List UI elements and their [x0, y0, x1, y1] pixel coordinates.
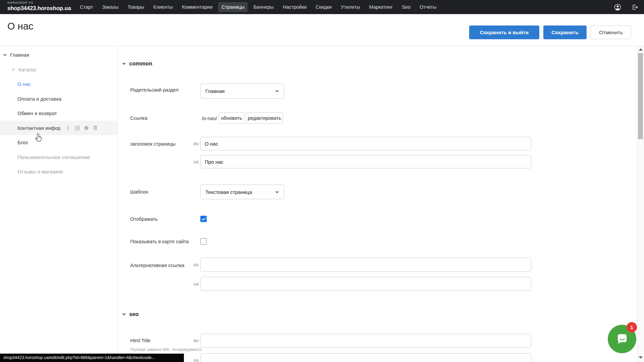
scrollbar-thumb[interactable]: [638, 53, 643, 139]
sidebar-item-blog[interactable]: Блог: [0, 135, 118, 150]
alt-link-ua-input[interactable]: [200, 277, 531, 291]
sidebar-item-glavnaya[interactable]: Главная: [0, 48, 118, 62]
template-value: Текстовая страница: [205, 189, 252, 195]
section-seo-header[interactable]: seo: [122, 311, 139, 317]
move-icon[interactable]: [65, 125, 71, 131]
topbar-right-icons: [614, 0, 639, 14]
save-button[interactable]: Сохранить: [543, 25, 587, 39]
tree-item-label: Блог: [17, 140, 28, 145]
menu-item-marketing[interactable]: Маркетинг: [366, 2, 396, 12]
sidebar-item-kontaktnaya-informaciya[interactable]: Контактная инфор: [0, 121, 118, 136]
settings-gear-icon[interactable]: [84, 125, 89, 131]
display-label: Отображать: [130, 216, 158, 222]
checkmark-icon: [201, 217, 206, 221]
sidebar-item-otzyvy-o-magazine[interactable]: Отзывы о магазине: [0, 164, 118, 179]
chevron-down-icon: [275, 190, 279, 194]
brand-logo[interactable]: HOROSHOP V4 shop34423.horoshop.ua: [7, 1, 71, 11]
menu-item-pages[interactable]: Страницы: [218, 2, 248, 12]
section-common-header[interactable]: common: [122, 60, 152, 67]
lang-ua-tag: UA: [187, 282, 199, 286]
sidebar-item-oplata-i-dostavka[interactable]: Оплата и доставка: [0, 92, 118, 106]
parent-section-value: Главная: [205, 88, 225, 94]
html-title-ru-input[interactable]: [200, 334, 531, 348]
delete-trash-icon[interactable]: [93, 125, 98, 131]
sidebar-item-obmen-i-vozvrat[interactable]: Обмен и возврат: [0, 106, 118, 121]
html-title-label: Html Title: [130, 338, 150, 343]
lang-ua-tag: UA: [187, 160, 199, 164]
pages-tree: Главная Каталог О нас Оплата и доставка …: [0, 48, 118, 179]
tree-item-label: Каталог: [18, 67, 37, 72]
sitemap-checkbox[interactable]: [200, 238, 207, 245]
html-title-hint: Полная замена title, генерируемого: [130, 347, 202, 352]
section-seo-title: seo: [129, 311, 139, 317]
status-url-tooltip: shop34423.horoshop.ua/edit/edit.php?id=6…: [0, 354, 184, 362]
page-header: О нас Сохранить и выйти Сохранить Отмени…: [0, 14, 644, 46]
menu-item-products[interactable]: Товары: [124, 2, 148, 12]
menu-item-settings[interactable]: Настройки: [279, 2, 310, 12]
chevron-down-icon: [122, 312, 126, 316]
brand-version-label: HOROSHOP V4: [7, 1, 71, 4]
menu-item-reports[interactable]: Отчеты: [416, 2, 440, 12]
chevron-down-icon: [275, 89, 279, 93]
page-heading-ru-input[interactable]: [200, 137, 531, 150]
link-path-value: /o-nas/: [202, 115, 217, 121]
chat-notification-badge: 1: [627, 322, 637, 332]
add-page-icon[interactable]: [75, 125, 80, 131]
menu-item-orders[interactable]: Заказы: [99, 2, 121, 12]
tree-item-label: Контактная инфор: [17, 125, 61, 131]
top-navigation-bar: HOROSHOP V4 shop34423.horoshop.ua Старт …: [0, 0, 644, 14]
link-edit-button[interactable]: редактировать: [246, 112, 283, 124]
page-title: О нас: [7, 21, 33, 32]
link-refresh-button[interactable]: обновить: [219, 112, 244, 124]
chevron-down-icon[interactable]: [3, 53, 7, 57]
save-and-exit-button[interactable]: Сохранить и выйти: [469, 25, 539, 39]
page-edit-form: common Родительский раздел Главная Ссылк…: [118, 46, 637, 362]
template-label: Шаблон: [130, 189, 148, 195]
alt-link-label: Альтернативная ссылка: [130, 263, 184, 268]
sidebar-item-o-nas[interactable]: О нас: [0, 77, 118, 92]
alt-link-ru-input[interactable]: [200, 258, 531, 272]
tree-item-label: Отзывы о магазине: [17, 169, 63, 174]
menu-item-discounts[interactable]: Скидки: [312, 2, 335, 12]
tree-item-label: Обмен и возврат: [17, 110, 57, 116]
html-title-ua-input[interactable]: [200, 353, 531, 362]
template-select[interactable]: Текстовая страница: [200, 185, 284, 199]
main-menu: Старт Заказы Товары Клиенты Комментарии …: [77, 0, 440, 14]
scroll-up-arrow-icon[interactable]: [639, 48, 643, 51]
chevron-down-icon: [122, 61, 126, 66]
sitemap-label: Показывать в карте сайта: [130, 239, 189, 244]
tree-item-actions: [65, 125, 98, 131]
tree-item-label: Пользовательское соглашение: [17, 154, 90, 160]
page-heading-ua-input[interactable]: [200, 155, 531, 168]
scroll-down-arrow-icon[interactable]: [639, 356, 643, 359]
lang-ru-tag: RU: [187, 339, 199, 343]
page-heading-label: заголовок страницы: [130, 141, 176, 147]
display-checkbox[interactable]: [200, 216, 207, 222]
menu-item-banners[interactable]: Баннеры: [250, 2, 277, 12]
menu-item-comments[interactable]: Комментарии: [179, 2, 216, 12]
tree-item-label: Главная: [10, 52, 29, 58]
tree-item-label-selected: О нас: [17, 81, 31, 87]
pages-tree-sidebar: Главная Каталог О нас Оплата и доставка …: [0, 46, 118, 362]
section-common-title: common: [129, 60, 152, 67]
lang-ru-tag: RU: [187, 263, 199, 267]
vertical-scrollbar[interactable]: [637, 46, 644, 362]
menu-item-utilities[interactable]: Утилиты: [337, 2, 363, 12]
brand-domain-label: shop34423.horoshop.ua: [7, 5, 71, 11]
menu-item-seo[interactable]: Seo: [399, 2, 414, 12]
lang-ua-tag: UA: [187, 358, 199, 362]
tree-item-label: Оплата и доставка: [17, 96, 61, 102]
parent-section-select[interactable]: Главная: [200, 84, 284, 99]
logout-icon[interactable]: [632, 4, 639, 11]
sidebar-item-katalog[interactable]: Каталог: [0, 62, 118, 77]
cancel-button[interactable]: Отменить: [591, 25, 631, 39]
chevron-right-icon[interactable]: [11, 67, 16, 72]
menu-item-start[interactable]: Старт: [77, 2, 96, 12]
account-icon[interactable]: [614, 3, 622, 11]
sidebar-item-polzovatelskoe-soglashenie[interactable]: Пользовательское соглашение: [0, 150, 118, 165]
link-label: Ссылка: [130, 115, 147, 121]
menu-item-clients[interactable]: Клиенты: [150, 2, 176, 12]
lang-ru-tag: RU: [187, 142, 199, 146]
parent-section-label: Родительский раздел: [130, 87, 179, 93]
chat-bubble-icon: [614, 331, 630, 347]
